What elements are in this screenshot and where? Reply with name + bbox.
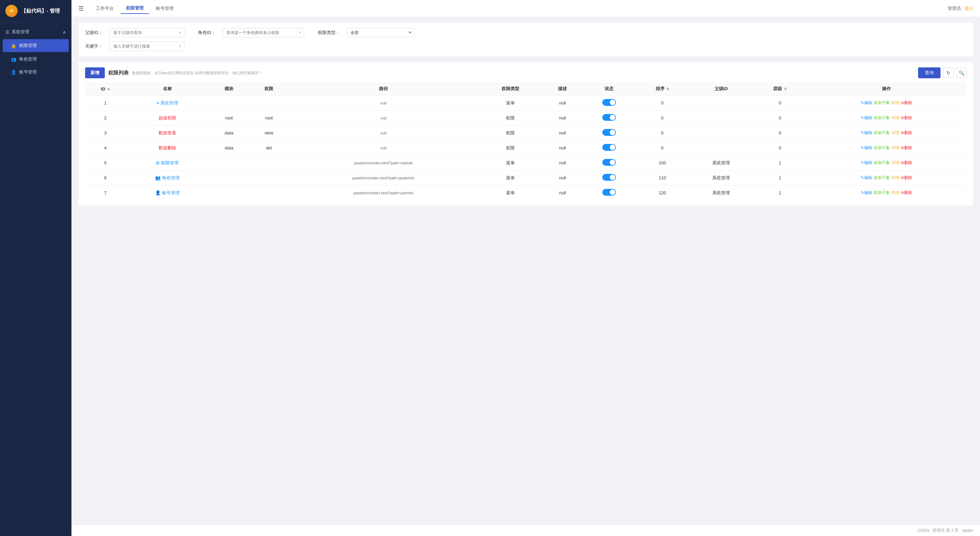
detail-link[interactable]: 详情 <box>891 190 899 196</box>
cell-actions: ✎编辑 添加子集 详情 ⊖删除 <box>807 186 966 200</box>
cell-perm-type: 菜单 <box>478 170 542 186</box>
delete-link[interactable]: ⊖删除 <box>901 175 912 181</box>
cell-module <box>209 95 249 111</box>
cell-desc: null <box>543 126 582 140</box>
add-child-link[interactable]: 添加子集 <box>873 115 890 121</box>
add-child-link[interactable]: 添加子集 <box>873 190 890 196</box>
add-child-link[interactable]: 添加子集 <box>873 100 890 106</box>
cell-desc: null <box>543 156 582 170</box>
action-links: ✎编辑 添加子集 详情 ⊖删除 <box>809 115 964 121</box>
detail-link[interactable]: 详情 <box>891 145 899 151</box>
cell-name: 数据查看 <box>126 126 209 140</box>
status-toggle[interactable] <box>602 144 616 151</box>
cell-parent-id: 系统管理 <box>689 170 753 186</box>
detail-link[interactable]: 详情 <box>891 160 899 166</box>
keyword-input[interactable] <box>110 41 185 51</box>
footer-csdn: CSDN <box>917 528 929 533</box>
cell-level: 1 <box>753 186 807 200</box>
table-header-right: 查询 ↻ 🔍 <box>918 67 966 78</box>
name-link[interactable]: 超级权限 <box>159 115 176 121</box>
cell-name: 数据删除 <box>126 140 209 156</box>
search-button[interactable]: 🔍 <box>956 68 966 78</box>
add-child-link[interactable]: 添加子集 <box>873 160 890 166</box>
parent-id-clear-icon[interactable]: ✕ <box>178 30 182 35</box>
id-sort-icon[interactable]: ⇅ <box>107 87 110 91</box>
edit-link[interactable]: ✎编辑 <box>861 100 872 106</box>
cell-path: null <box>289 111 478 126</box>
role-id-wrapper: ✕ <box>223 28 304 37</box>
delete-link[interactable]: ⊖删除 <box>901 160 912 166</box>
tab-permission[interactable]: 权限管理 <box>121 3 149 14</box>
topnav-tabs: 工作平台 权限管理 账号管理 <box>91 3 179 14</box>
status-toggle[interactable] <box>602 99 616 106</box>
name-link[interactable]: ≡ 系统管理 <box>156 100 178 105</box>
status-toggle[interactable] <box>602 129 616 136</box>
cell-name: 超级权限 <box>126 111 209 126</box>
detail-link[interactable]: 详情 <box>891 100 899 106</box>
name-link[interactable]: 👥 角色管理 <box>155 175 180 180</box>
name-link[interactable]: 数据删除 <box>159 145 176 150</box>
query-button[interactable]: 查询 <box>918 67 940 78</box>
edit-link[interactable]: ✎编辑 <box>861 160 872 166</box>
edit-link[interactable]: ✎编辑 <box>861 175 872 181</box>
sidebar-item-account[interactable]: 👤 账号管理 <box>0 66 72 79</box>
cell-status <box>582 111 636 126</box>
cell-path: pasteform/index.html?path=gradeInfo <box>289 170 478 186</box>
cell-id: 3 <box>85 126 126 140</box>
sidebar-item-role[interactable]: 👥 角色管理 <box>0 53 72 66</box>
cell-id: 1 <box>85 95 126 111</box>
cell-actions: ✎编辑 添加子集 详情 ⊖删除 <box>807 140 966 156</box>
cell-level: 0 <box>753 140 807 156</box>
table-row: 4 数据删除 data del null 权限 null 0 0 ✎编辑 添加子… <box>85 140 966 156</box>
cell-module: data <box>209 126 249 140</box>
parent-id-input[interactable] <box>110 28 185 37</box>
delete-link[interactable]: ⊖删除 <box>901 190 912 196</box>
delete-link[interactable]: ⊖删除 <box>901 100 912 106</box>
level-sort-icon[interactable]: ⇅ <box>784 87 787 91</box>
edit-link[interactable]: ✎编辑 <box>861 115 872 121</box>
name-link[interactable]: 数据查看 <box>159 130 176 135</box>
cell-path: null <box>289 126 478 140</box>
collapse-icon: ∧ <box>63 30 66 35</box>
status-toggle[interactable] <box>602 114 616 121</box>
edit-link[interactable]: ✎编辑 <box>861 130 872 136</box>
delete-link[interactable]: ⊖删除 <box>901 130 912 136</box>
keyword-clear-icon[interactable]: ✕ <box>178 44 182 49</box>
cell-status <box>582 140 636 156</box>
cell-name: 👤 账号管理 <box>126 186 209 200</box>
add-child-link[interactable]: 添加子集 <box>873 145 890 151</box>
delete-link[interactable]: ⊖删除 <box>901 145 912 151</box>
permission-type-select[interactable]: 全部 菜单 权限 <box>347 28 415 37</box>
tab-work[interactable]: 工作平台 <box>91 3 119 14</box>
detail-link[interactable]: 详情 <box>891 130 899 136</box>
cell-status <box>582 156 636 170</box>
cell-desc: null <box>543 186 582 200</box>
status-toggle[interactable] <box>602 174 616 181</box>
tab-account[interactable]: 账号管理 <box>150 3 179 14</box>
table-body: 1 ≡ 系统管理 null 菜单 null 0 0 ✎编辑 添加子集 详情 ⊖删… <box>85 95 966 200</box>
logout-button[interactable]: 退出 <box>964 5 973 11</box>
col-actions: 操作 <box>807 82 966 95</box>
edit-link[interactable]: ✎编辑 <box>861 145 872 151</box>
cell-sort: 100 <box>636 156 689 170</box>
sidebar-section-header[interactable]: ☰ 系统管理 ∧ <box>0 25 72 38</box>
name-link[interactable]: ⊞ 权限管理 <box>156 160 179 165</box>
refresh-button[interactable]: ↻ <box>943 68 953 78</box>
status-toggle[interactable] <box>602 159 616 166</box>
edit-link[interactable]: ✎编辑 <box>861 190 872 196</box>
add-button[interactable]: 新增 <box>85 67 105 78</box>
role-id-input[interactable] <box>223 28 304 37</box>
add-child-link[interactable]: 添加子集 <box>873 175 890 181</box>
sort-sort-icon[interactable]: ⇅ <box>666 87 669 91</box>
detail-link[interactable]: 详情 <box>891 115 899 121</box>
detail-link[interactable]: 详情 <box>891 175 899 181</box>
status-toggle[interactable] <box>602 189 616 196</box>
name-link[interactable]: 👤 账号管理 <box>155 190 180 196</box>
role-id-clear-icon[interactable]: ✕ <box>298 30 301 35</box>
hamburger-button[interactable]: ☰ <box>78 5 84 12</box>
add-child-link[interactable]: 添加子集 <box>873 130 890 136</box>
sidebar-item-label: 账号管理 <box>19 69 37 75</box>
cell-sort: 0 <box>636 140 689 156</box>
delete-link[interactable]: ⊖删除 <box>901 115 912 121</box>
sidebar-item-permission[interactable]: 🔒 权限管理 <box>3 39 69 52</box>
